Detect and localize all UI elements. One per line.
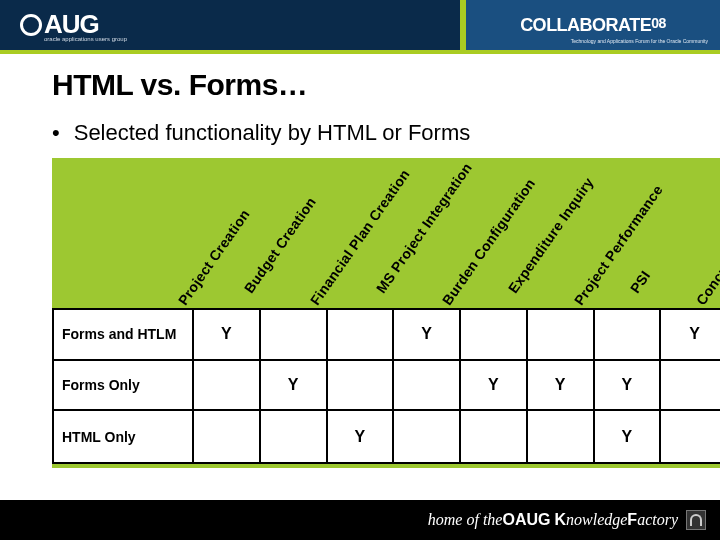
cell-1-6: Y — [595, 361, 662, 412]
collaborate-year: 08 — [651, 15, 666, 31]
footer-nowledge: nowledge — [566, 511, 627, 529]
cell-0-6 — [595, 310, 662, 361]
cell-1-2 — [328, 361, 395, 412]
cell-2-2: Y — [328, 411, 395, 462]
logo-circle-icon — [20, 14, 42, 36]
row-header-2: HTML Only — [54, 411, 194, 462]
slide-title: HTML vs. Forms… — [52, 68, 720, 102]
footer-prefix: home of the — [428, 511, 503, 529]
cell-1-3 — [394, 361, 461, 412]
footer-brand: OAUG — [502, 511, 550, 529]
footer-bar: home of the OAUG Knowledge Factory — [0, 500, 720, 540]
cell-2-1 — [261, 411, 328, 462]
row-header-0: Forms and HTLM — [54, 310, 194, 361]
cell-0-7: Y — [661, 310, 720, 361]
top-banner: AUG oracle applications users group COLL… — [0, 0, 720, 50]
bullet-dot-icon: • — [52, 120, 60, 146]
footer-actory: actory — [637, 511, 678, 529]
cell-2-0 — [194, 411, 261, 462]
cell-0-5 — [528, 310, 595, 361]
cell-0-2 — [328, 310, 395, 361]
column-headers: Project Creation Budget Creation Financi… — [212, 158, 720, 308]
cell-1-0 — [194, 361, 261, 412]
cell-1-5: Y — [528, 361, 595, 412]
cell-2-4 — [461, 411, 528, 462]
data-grid: Forms and HTLM Y Y Y Forms Only Y Y Y Y — [52, 308, 720, 464]
cell-0-4 — [461, 310, 528, 361]
cell-1-7 — [661, 361, 720, 412]
footer-f: F — [627, 511, 637, 529]
banner-left: AUG oracle applications users group — [0, 0, 460, 50]
slide-body: HTML vs. Forms… • Selected functionality… — [0, 54, 720, 468]
comparison-chart: Project Creation Budget Creation Financi… — [52, 158, 720, 468]
cell-2-7 — [661, 411, 720, 462]
footer-k: K — [554, 511, 566, 529]
oaug-logo: AUG oracle applications users group — [20, 9, 127, 42]
cell-2-5 — [528, 411, 595, 462]
bullet-1-text: Selected functionality by HTML or Forms — [74, 120, 471, 146]
collaborate-word: COLLABORATE — [520, 15, 651, 35]
footer-emblem-icon — [686, 510, 706, 530]
cell-2-3 — [394, 411, 461, 462]
cell-0-1 — [261, 310, 328, 361]
cell-0-0: Y — [194, 310, 261, 361]
cell-1-4: Y — [461, 361, 528, 412]
banner-right: COLLABORATE08 Technology and Application… — [460, 0, 720, 50]
cell-1-1: Y — [261, 361, 328, 412]
logo-tagline: oracle applications users group — [44, 36, 127, 42]
cell-2-6: Y — [595, 411, 662, 462]
bullet-1: • Selected functionality by HTML or Form… — [52, 120, 720, 146]
collaborate-title: COLLABORATE08 — [520, 15, 666, 36]
row-header-1: Forms Only — [54, 361, 194, 412]
cell-0-3: Y — [394, 310, 461, 361]
collaborate-subtitle: Technology and Applications Forum for th… — [571, 38, 708, 44]
